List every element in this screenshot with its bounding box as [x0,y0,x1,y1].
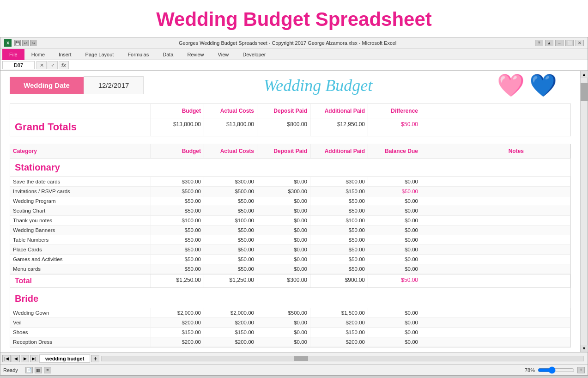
title-bar: X 💾 ↩ ↪ Georges Wedding Budget Spreadshe… [0,37,588,49]
bride-title: Bride [10,290,570,308]
formula-input[interactable] [70,62,586,68]
page-break-btn[interactable]: ≡ [44,367,51,373]
wedding-date-value: 12/2/2017 [84,76,144,94]
category-header: Category Budget Actual Costs Deposit Pai… [10,144,570,159]
confirm-formula-btn[interactable]: ✓ [48,61,58,69]
cell-reference[interactable]: D87 [2,61,35,69]
tab-file[interactable]: File [2,49,24,60]
table-row: Veil $200.00 $200.00 $0.00 $200.00 $0.00 [10,318,570,328]
stationary-total-label: Total [10,274,151,287]
restore-btn[interactable]: ⬜ [565,40,574,46]
zoom-in-btn[interactable]: + [577,367,585,373]
gt-col-actual: Actual Costs [204,104,257,118]
sheet-next-btn[interactable]: ▶ [21,355,29,362]
gt-difference: $50.00 [368,118,421,136]
status-right: 78% + [525,366,585,374]
gt-col-budget: Budget [151,104,204,118]
redo-icon[interactable]: ↪ [30,40,36,46]
gt-budget: $13,800.00 [151,118,204,136]
cat-col-budget: Budget [151,144,204,158]
scroll-down-btn[interactable]: ▼ [581,345,588,352]
add-sheet-btn[interactable]: + [91,355,99,362]
table-row: Place Cards $50.00 $50.00 $0.00 $50.00 $… [10,245,570,255]
grand-totals-label: Grand Totals [10,118,151,136]
tab-page-layout[interactable]: Page Layout [79,49,121,60]
page-view-btn[interactable]: 📄 [25,367,33,373]
cat-col-actual: Actual Costs [204,144,257,158]
scroll-up-btn[interactable]: ▲ [581,71,588,78]
wedding-date-label: Wedding Date [10,77,84,94]
gt-col-deposit: Deposit Paid [257,104,310,118]
cat-col-deposit: Deposit Paid [257,144,310,158]
table-row: Table Numbers $50.00 $50.00 $0.00 $50.00… [10,235,570,245]
sheet-area: Wedding Date 12/2/2017 Wedding Budget 🩷 … [0,71,588,352]
excel-window: X 💾 ↩ ↪ Georges Wedding Budget Spreadshe… [0,37,588,376]
undo-icon[interactable]: ↩ [22,40,29,46]
tab-formulas[interactable]: Formulas [121,49,156,60]
sheet-wrapper: Wedding Date 12/2/2017 Wedding Budget 🩷 … [0,71,588,352]
gt-actual: $13,800.00 [204,118,257,136]
sheet-content: Wedding Date 12/2/2017 Wedding Budget 🩷 … [0,71,580,352]
wedding-date-row: Wedding Date 12/2/2017 Wedding Budget 🩷 … [10,76,571,94]
cancel-formula-btn[interactable]: ✕ [36,61,47,69]
table-row: Wedding Banners $50.00 $50.00 $0.00 $50.… [10,226,570,235]
cat-col-category: Category [10,144,151,158]
help-btn[interactable]: ? [535,40,543,46]
gt-col-0 [10,104,151,118]
close-btn[interactable]: ✕ [576,40,584,46]
stationary-title: Stationary [10,159,570,177]
vertical-scrollbar[interactable]: ▲ ▼ [580,71,588,352]
cat-col-notes: Notes [421,144,570,158]
tab-developer[interactable]: Developer [236,49,273,60]
status-icons: 📄 ▦ ≡ [25,367,51,373]
table-row: Menu cards $50.00 $50.00 $0.00 $50.00 $0… [10,264,570,274]
heart-blue-icon: 💙 [529,73,557,98]
gt-additional: $12,950.00 [310,118,368,136]
h-scrollbar-thumb[interactable] [294,356,308,361]
titlebar-text: Georges Wedding Budget Spreadsheet - Cop… [40,40,535,46]
gt-col-difference: Difference [368,104,421,118]
gt-col-additional: Additional Paid [310,104,368,118]
table-row: Seating Chart $50.00 $50.00 $0.00 $50.00… [10,206,570,216]
sheet-first-btn[interactable]: |◀ [2,355,11,362]
grand-totals-data: Grand Totals $13,800.00 $13,800.00 $800.… [10,118,570,136]
layout-view-btn[interactable]: ▦ [35,367,42,373]
tab-view[interactable]: View [211,49,236,60]
save-icon[interactable]: 💾 [14,40,21,46]
table-row: Wedding Gown $2,000.00 $2,000.00 $500.00… [10,308,570,318]
table-row: Save the date cards $300.00 $300.00 $0.0… [10,177,570,187]
tab-home[interactable]: Home [24,49,52,60]
table-row: Reception Dress $200.00 $200.00 $0.00 $2… [10,337,570,347]
window-controls: ? ▲ – ⬜ ✕ [535,40,584,46]
zoom-slider[interactable] [538,366,575,374]
tab-review[interactable]: Review [180,49,211,60]
cat-col-additional: Additional Paid [310,144,368,158]
sheet-tab-wedding-budget[interactable]: wedding budget [39,354,90,363]
wedding-budget-title: Wedding Budget [185,76,451,95]
minimize-btn[interactable]: – [555,40,564,46]
sheet-prev-btn[interactable]: ◀ [12,355,20,362]
category-section: Category Budget Actual Costs Deposit Pai… [10,144,571,348]
tab-data[interactable]: Data [156,49,180,60]
stationary-total-row: Total $1,250.00 $1,250.00 $300.00 $900.0… [10,274,570,288]
tab-insert[interactable]: Insert [52,49,79,60]
sheet-tabs-bar: |◀ ◀ ▶ ▶| wedding budget + [0,352,588,364]
cat-col-balance: Balance Due [368,144,421,158]
excel-icon: X [4,39,12,47]
grand-totals-header: Budget Actual Costs Deposit Paid Additio… [10,104,570,118]
horizontal-scrollbar[interactable] [101,356,584,361]
grand-totals-section: Budget Actual Costs Deposit Paid Additio… [10,104,571,136]
table-row: Invitations / RSVP cards $500.00 $500.00… [10,187,570,196]
sheet-last-btn[interactable]: ▶| [30,355,38,362]
status-ready: Ready [3,367,18,373]
insert-function-btn[interactable]: fx [59,61,69,69]
ribbon-toggle-btn[interactable]: ▲ [545,40,553,46]
heart-pink-icon: 🩷 [497,73,525,98]
table-row: Shoes $150.00 $150.00 $0.00 $150.00 $0.0… [10,328,570,337]
gt-deposit: $800.00 [257,118,310,136]
status-bar: Ready 📄 ▦ ≡ 78% + [0,364,588,375]
scroll-thumb[interactable] [581,83,588,101]
table-row: Games and Activities $50.00 $50.00 $0.00… [10,255,570,264]
formula-bar: D87 ✕ ✓ fx [0,60,588,71]
scroll-track [581,78,588,345]
